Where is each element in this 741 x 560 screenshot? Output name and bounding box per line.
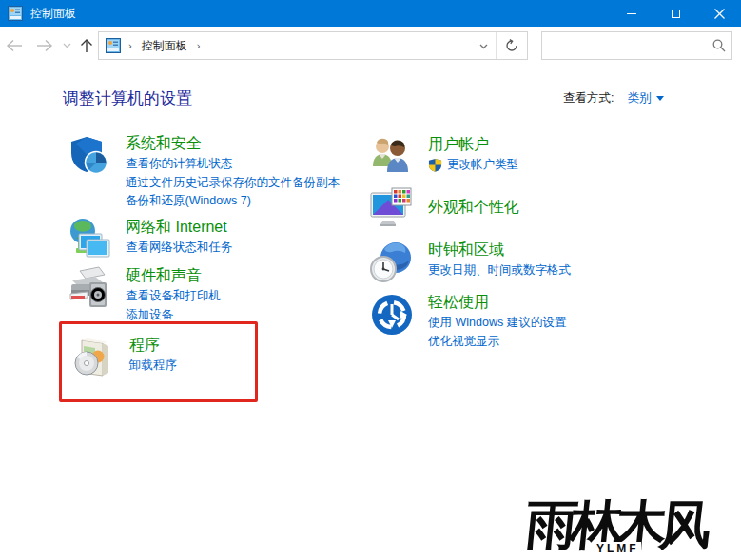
category-title-appearance-personalization[interactable]: 外观和个性化	[428, 197, 519, 217]
window-title: 控制面板	[30, 6, 76, 22]
search-box	[541, 31, 732, 60]
address-dropdown[interactable]	[471, 41, 496, 51]
link-change-date-time-formats[interactable]: 更改日期、时间或数字格式	[428, 261, 571, 280]
back-arrow-icon	[6, 39, 23, 52]
address-bar[interactable]: › 控制面板 ›	[98, 31, 528, 60]
link-file-history-backup[interactable]: 通过文件历史记录保存你的文件备份副本	[126, 174, 340, 193]
link-windows-suggested-settings[interactable]: 使用 Windows 建议的设置	[428, 314, 566, 333]
ylmf-watermark-logo: 雨林木风 YLMF	[526, 497, 733, 556]
ease-of-access-icon[interactable]	[369, 292, 415, 338]
category-appearance-personalization: 外观和个性化	[369, 184, 519, 230]
breadcrumb-control-panel[interactable]: 控制面板	[140, 38, 189, 54]
watermark-subtext: YLMF	[595, 542, 641, 555]
search-icon[interactable]	[707, 39, 731, 52]
link-change-account-type-label: 更改帐户类型	[447, 156, 518, 175]
caret-down-icon[interactable]	[656, 96, 664, 101]
refresh-icon	[505, 39, 518, 52]
breadcrumb-chevron-icon[interactable]: ›	[121, 40, 140, 51]
appearance-personalization-icon[interactable]	[369, 184, 415, 230]
category-network-internet: 网络和 Internet 查看网络状态和任务	[67, 217, 233, 262]
link-view-computer-status[interactable]: 查看你的计算机状态	[126, 155, 340, 174]
hardware-sound-icon[interactable]	[67, 265, 112, 311]
category-user-accounts: 用户帐户 更改帐户类型	[369, 134, 518, 180]
forward-button[interactable]	[32, 27, 57, 65]
network-internet-icon[interactable]	[67, 217, 112, 262]
link-backup-restore-win7[interactable]: 备份和还原(Windows 7)	[126, 192, 340, 211]
view-by-label: 查看方式:	[563, 90, 614, 106]
link-view-devices-printers[interactable]: 查看设备和打印机	[126, 287, 221, 306]
search-input[interactable]	[542, 32, 707, 59]
up-button[interactable]	[76, 27, 97, 65]
category-title-hardware-sound[interactable]: 硬件和声音	[126, 265, 221, 285]
refresh-button[interactable]	[497, 32, 527, 59]
category-title-clock-region[interactable]: 时钟和区域	[428, 240, 571, 260]
control-panel-location-icon	[106, 38, 121, 53]
navigation-bar: › 控制面板 ›	[0, 27, 741, 65]
link-add-device[interactable]: 添加设备	[126, 306, 221, 325]
uac-shield-icon	[428, 158, 442, 172]
link-optimize-visual-display[interactable]: 优化视觉显示	[428, 333, 566, 352]
page-title: 调整计算机的设置	[63, 87, 192, 109]
link-change-account-type[interactable]: 更改帐户类型	[428, 156, 518, 175]
category-title-programs[interactable]: 程序	[129, 335, 177, 355]
forward-arrow-icon	[36, 39, 53, 52]
view-by-control: 查看方式: 类别	[563, 90, 664, 106]
chevron-down-icon	[63, 43, 71, 48]
category-title-ease-of-access[interactable]: 轻松使用	[428, 292, 566, 312]
category-system-security: 系统和安全 查看你的计算机状态 通过文件历史记录保存你的文件备份副本 备份和还原…	[67, 133, 340, 211]
up-arrow-icon	[80, 38, 93, 53]
link-uninstall-program[interactable]: 卸载程序	[129, 357, 177, 376]
category-title-network-internet[interactable]: 网络和 Internet	[126, 217, 233, 237]
category-programs: 程序 卸载程序	[70, 335, 177, 380]
category-hardware-sound: 硬件和声音 查看设备和打印机 添加设备	[67, 265, 221, 324]
system-security-icon[interactable]	[67, 133, 112, 179]
view-by-value[interactable]: 类别	[627, 90, 651, 106]
category-ease-of-access: 轻松使用 使用 Windows 建议的设置 优化视觉显示	[369, 292, 566, 351]
category-title-system-security[interactable]: 系统和安全	[126, 133, 340, 153]
user-accounts-icon[interactable]	[369, 134, 415, 180]
back-button[interactable]	[2, 27, 27, 65]
close-button[interactable]	[697, 0, 741, 27]
breadcrumb-chevron-icon[interactable]: ›	[189, 40, 208, 51]
chevron-down-icon	[479, 44, 488, 49]
category-clock-region: 时钟和区域 更改日期、时间或数字格式	[369, 240, 571, 285]
programs-icon[interactable]	[70, 335, 116, 380]
control-panel-app-icon	[8, 6, 23, 21]
minimize-button[interactable]	[610, 0, 653, 27]
category-title-user-accounts[interactable]: 用户帐户	[428, 134, 518, 154]
maximize-icon	[672, 10, 680, 18]
recent-locations-dropdown[interactable]	[59, 27, 74, 65]
link-view-network-status[interactable]: 查看网络状态和任务	[126, 239, 233, 258]
close-icon	[714, 9, 725, 19]
title-bar: 控制面板	[0, 0, 741, 27]
clock-region-icon[interactable]	[369, 240, 415, 285]
minimize-icon	[627, 13, 636, 14]
maximize-button[interactable]	[653, 0, 697, 27]
